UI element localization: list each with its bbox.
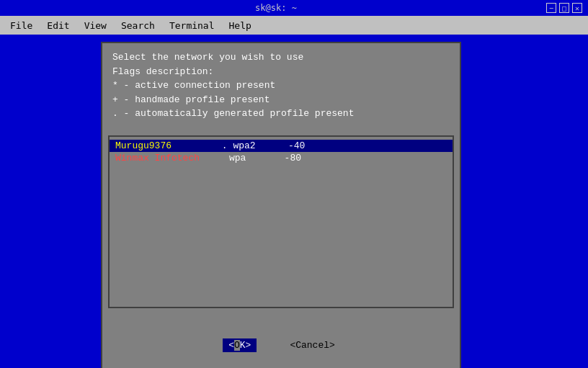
network-name-1: Murugu9376 xyxy=(115,140,216,151)
network-list-container[interactable]: Murugu9376 . wpa2 -40 Winmax Infotech wp… xyxy=(108,135,454,308)
network-security-2: wpa xyxy=(229,153,272,163)
dialog-content: Select the network you wish to use Flags… xyxy=(102,43,460,128)
instruction-line-5: . - automatically generated profile pres… xyxy=(112,107,450,121)
menu-bar: File Edit View Search Terminal Help xyxy=(0,16,588,35)
cancel-button[interactable]: <Cancel> xyxy=(285,338,339,352)
instruction-line-2: Flags description: xyxy=(112,65,450,79)
terminal-window: Select the network you wish to use Flags… xyxy=(101,42,461,368)
menu-edit[interactable]: Edit xyxy=(40,19,76,32)
close-button[interactable]: ✕ xyxy=(572,3,582,13)
network-flag-2 xyxy=(216,153,229,163)
ok-arrow-right: > xyxy=(246,340,251,351)
network-row-1[interactable]: Murugu9376 . wpa2 -40 xyxy=(110,140,453,152)
instruction-line-1: Select the network you wish to use xyxy=(112,50,450,65)
network-flag-1: . xyxy=(216,140,233,151)
menu-file[interactable]: File xyxy=(3,19,40,32)
network-list: Murugu9376 . wpa2 -40 Winmax Infotech wp… xyxy=(110,137,453,167)
network-security-1: wpa2 xyxy=(233,140,276,151)
network-row-2[interactable]: Winmax Infotech wpa -80 xyxy=(110,152,453,164)
ok-label-k: K xyxy=(240,340,246,351)
ok-label-o: O xyxy=(234,340,240,351)
menu-view[interactable]: View xyxy=(77,19,114,32)
instruction-line-3: * - active connection present xyxy=(112,78,450,93)
menu-help[interactable]: Help xyxy=(222,19,259,32)
window-title: sk@sk: ~ xyxy=(6,3,546,13)
ok-arrow-left: < xyxy=(228,340,234,351)
network-signal-2: -80 xyxy=(272,153,301,163)
network-signal-1: -40 xyxy=(276,140,305,151)
ok-button[interactable]: < OK > xyxy=(223,338,257,352)
maximize-button[interactable]: □ xyxy=(559,3,569,13)
network-name-2: Winmax Infotech xyxy=(115,153,216,163)
buttons-area: < OK > <Cancel> xyxy=(102,333,460,358)
minimize-button[interactable]: − xyxy=(546,3,556,13)
menu-terminal[interactable]: Terminal xyxy=(162,19,222,32)
title-bar-controls: − □ ✕ xyxy=(546,3,582,13)
instruction-line-4: + - handmade profile present xyxy=(112,93,450,107)
title-bar: sk@sk: ~ − □ ✕ xyxy=(0,0,588,16)
menu-search[interactable]: Search xyxy=(114,19,162,32)
